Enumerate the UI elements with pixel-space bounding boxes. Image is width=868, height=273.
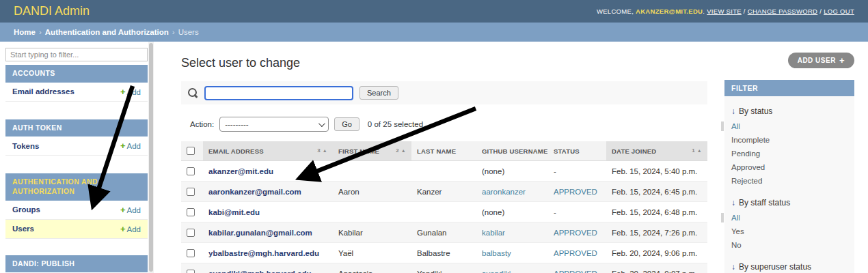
- github-username-cell: ayendiki: [476, 263, 548, 273]
- row-checkbox[interactable]: [187, 249, 195, 257]
- email-link[interactable]: ayendiki@mgh.harvard.edu: [208, 270, 312, 273]
- column-label: DATE JOINED: [612, 147, 656, 155]
- sidebar-scrollbar[interactable]: [148, 42, 154, 273]
- row-select-cell: [181, 243, 203, 263]
- scrollbar-thumb[interactable]: [149, 43, 153, 272]
- model-link[interactable]: Tokens: [12, 142, 39, 150]
- github-link[interactable]: (none): [482, 208, 504, 216]
- filter-group-by-status: ↓By status: [731, 106, 847, 116]
- row-checkbox[interactable]: [187, 188, 195, 196]
- table-row: kabi@mit.edu (none) - Feb. 15, 2024, 6:4…: [181, 202, 707, 222]
- email-link[interactable]: kabilar.gunalan@gmail.com: [208, 229, 312, 237]
- column-label: EMAIL ADDRESS: [208, 147, 264, 155]
- github-link[interactable]: (none): [482, 167, 504, 175]
- column-header-email[interactable]: EMAIL ADDRESS 3▲: [203, 141, 333, 161]
- model-link[interactable]: Email addresses: [12, 87, 74, 96]
- change-password-link[interactable]: CHANGE PASSWORD: [748, 8, 818, 15]
- model-link[interactable]: Groups: [12, 205, 40, 214]
- column-header-first-name[interactable]: FIRST NAME 2▲: [333, 141, 411, 161]
- view-site-link[interactable]: VIEW SITE: [707, 8, 742, 15]
- breadcrumb-home[interactable]: Home: [14, 28, 36, 36]
- email-cell: ayendiki@mgh.harvard.edu: [203, 263, 333, 273]
- app-title[interactable]: DANDI Admin: [14, 4, 90, 18]
- first-name-cell: Anastasia: [333, 263, 411, 273]
- email-link[interactable]: aaronkanzer@gmail.com: [208, 188, 301, 196]
- email-link[interactable]: ybalbastre@mgh.harvard.edu: [208, 249, 319, 257]
- sort-indicator[interactable]: 3▲: [317, 147, 327, 154]
- chevron-down-icon: [318, 120, 325, 127]
- filter-option[interactable]: Incomplete: [724, 133, 854, 147]
- date-joined-cell: Feb. 15, 2024, 6:48 p.m.: [606, 202, 707, 222]
- down-arrow-icon: ↓: [731, 198, 735, 207]
- date-joined-cell: Feb. 15, 2024, 5:40 p.m.: [606, 161, 707, 182]
- sidebar-section-auth: AUTHENTICATION AND AUTHORIZATION: [5, 173, 148, 200]
- filter-option[interactable]: No: [724, 238, 854, 252]
- column-header-status[interactable]: STATUS: [548, 141, 606, 161]
- sidebar-filter-input[interactable]: [5, 48, 148, 61]
- column-label: FIRST NAME: [338, 147, 379, 155]
- row-checkbox[interactable]: [187, 208, 195, 216]
- column-label: STATUS: [554, 147, 580, 155]
- plus-icon: +: [120, 87, 126, 97]
- sidebar-item-users[interactable]: Users +Add: [5, 220, 148, 239]
- add-link[interactable]: +Add: [120, 224, 141, 234]
- filter-option[interactable]: All: [724, 119, 854, 133]
- email-link[interactable]: akanzer@mit.edu: [208, 167, 273, 175]
- search-button[interactable]: Search: [360, 86, 398, 100]
- sort-priority: 2: [396, 147, 399, 154]
- github-link[interactable]: aaronkanzer: [482, 188, 526, 196]
- filter-option[interactable]: All: [724, 211, 854, 225]
- column-header-last-name[interactable]: LAST NAME: [411, 141, 476, 161]
- status-cell: APPROVED: [548, 263, 606, 273]
- github-username-cell: (none): [476, 161, 548, 182]
- breadcrumb-current: Users: [178, 28, 199, 36]
- breadcrumb-app[interactable]: Authentication and Authorization: [45, 28, 169, 36]
- column-header-date-joined[interactable]: DATE JOINED 1▲: [606, 141, 707, 161]
- row-checkbox[interactable]: [187, 229, 195, 237]
- filter-option[interactable]: Rejected: [724, 174, 854, 188]
- add-link[interactable]: +Add: [120, 141, 141, 151]
- user-tools: WELCOME, AKANZER@MIT.EDU. VIEW SITE / CH…: [597, 8, 854, 15]
- github-link[interactable]: ayendiki: [482, 270, 511, 273]
- date-joined-cell: Feb. 20, 2024, 9:06 p.m.: [606, 243, 707, 263]
- date-joined-cell: Feb. 15, 2024, 6:45 p.m.: [606, 182, 707, 202]
- link-separator: /: [744, 8, 746, 15]
- row-checkbox[interactable]: [187, 270, 195, 273]
- filter-option[interactable]: Approved: [724, 160, 854, 174]
- row-checkbox[interactable]: [187, 167, 195, 175]
- add-user-button[interactable]: ADD USER +: [788, 53, 854, 68]
- select-all-checkbox[interactable]: [187, 147, 195, 155]
- filter-group-label: By status: [739, 106, 772, 116]
- filter-options-status: All Incomplete Pending Approved Rejected: [724, 119, 854, 188]
- sort-indicator[interactable]: 1▲: [692, 147, 702, 154]
- breadcrumb-separator: ›: [172, 28, 175, 36]
- go-button[interactable]: Go: [334, 117, 360, 131]
- github-link[interactable]: kabilar: [482, 229, 505, 237]
- email-cell: kabilar.gunalan@gmail.com: [203, 222, 333, 243]
- page-title: Select user to change: [181, 56, 707, 70]
- filter-option[interactable]: Pending: [724, 147, 854, 160]
- date-joined-cell: Feb. 20, 2024, 9:07 p.m.: [606, 263, 707, 273]
- search-input[interactable]: [204, 86, 353, 100]
- last-name-cell: [411, 202, 476, 222]
- first-name-cell: [333, 161, 411, 182]
- sidebar-item-tokens[interactable]: Tokens +Add: [5, 136, 148, 156]
- sidebar-item-email-addresses[interactable]: Email addresses +Add: [5, 83, 148, 102]
- log-out-link[interactable]: LOG OUT: [824, 8, 854, 15]
- down-arrow-icon: ↓: [731, 262, 735, 272]
- github-username-cell: kabilar: [476, 222, 548, 243]
- sidebar-item-groups[interactable]: Groups +Add: [5, 201, 148, 220]
- add-label: Add: [127, 142, 141, 150]
- email-link[interactable]: kabi@mit.edu: [208, 208, 260, 216]
- email-cell: kabi@mit.edu: [203, 202, 333, 222]
- column-header-github-username[interactable]: GITHUB USERNAME: [476, 141, 548, 161]
- add-link[interactable]: +Add: [120, 205, 141, 215]
- github-link[interactable]: balbasty: [482, 249, 511, 257]
- add-label: Add: [127, 225, 141, 233]
- sidebar-nav: ACCOUNTS Email addresses +Add AUTH TOKEN…: [5, 42, 148, 273]
- sort-indicator[interactable]: 2▲: [396, 147, 406, 154]
- model-link[interactable]: Users: [12, 225, 34, 233]
- add-link[interactable]: +Add: [120, 87, 141, 97]
- action-select[interactable]: ---------: [219, 117, 329, 132]
- filter-option[interactable]: Yes: [724, 225, 854, 238]
